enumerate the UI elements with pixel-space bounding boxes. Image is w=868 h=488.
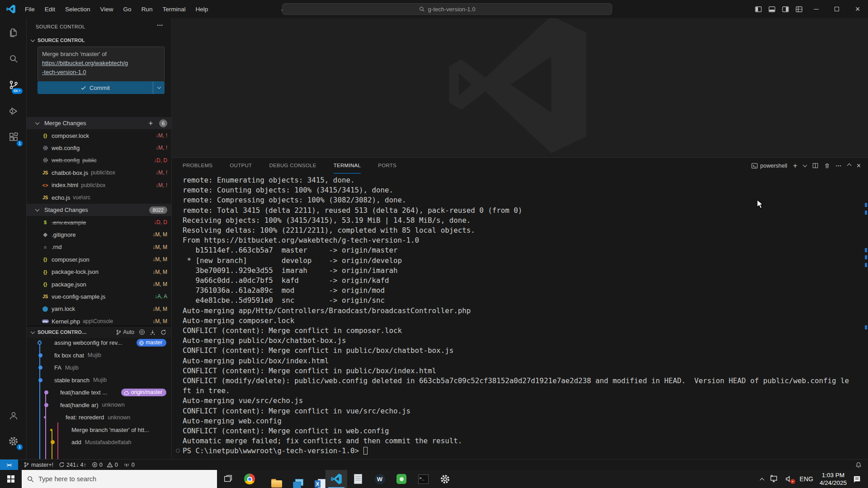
- sidebar-item-run-debug[interactable]: [0, 100, 27, 122]
- toggle-panel-left-icon[interactable]: [751, 0, 765, 18]
- tray-expand-icon[interactable]: [760, 478, 764, 482]
- task-view-button[interactable]: [217, 470, 239, 488]
- goto-current-history-item-icon[interactable]: [139, 329, 145, 335]
- panel-tab-ports[interactable]: PORTS: [378, 158, 396, 174]
- terminal-instance[interactable]: powershell: [751, 163, 788, 169]
- graph-commit-row[interactable]: assing webconfig for rev...master: [27, 337, 172, 349]
- commit-button[interactable]: Commit: [38, 81, 165, 94]
- branch-badge-master[interactable]: master: [137, 339, 166, 347]
- terminal-dropdown-icon[interactable]: [802, 163, 807, 167]
- taskbar-app-notepad[interactable]: [347, 470, 369, 488]
- menu-item-file[interactable]: File: [21, 4, 39, 14]
- file-row[interactable]: {}package.json↓M, M: [27, 278, 172, 290]
- sync-status[interactable]: 241↓ 4↑: [59, 462, 86, 468]
- start-button[interactable]: [0, 470, 22, 488]
- graph-commit-row[interactable]: feat(handle ar)unknown: [27, 399, 172, 412]
- volume-muted-icon[interactable]: ×: [785, 475, 793, 483]
- graph-commit-row[interactable]: feat: reorederdunknown: [27, 411, 172, 424]
- command-center-search[interactable]: g-tech-version-1.0: [282, 3, 612, 15]
- file-row[interactable]: ◆.gitignore↓M, M: [27, 229, 172, 241]
- more-actions-icon[interactable]: ···: [157, 22, 163, 29]
- taskbar-app-excel[interactable]: X: [304, 470, 326, 488]
- graph-commit-row[interactable]: FAMujib: [27, 361, 172, 374]
- menu-item-view[interactable]: View: [96, 4, 118, 14]
- action-center-icon[interactable]: [853, 475, 862, 483]
- toggle-panel-right-icon[interactable]: [778, 0, 792, 18]
- file-row[interactable]: {}composer.lock↓M, !: [27, 129, 172, 141]
- terminal-output[interactable]: remote: Enumerating objects: 3415, done.…: [183, 175, 849, 456]
- panel-tab-debug-console[interactable]: DEBUG CONSOLE: [269, 158, 316, 174]
- network-icon[interactable]: [770, 475, 779, 483]
- file-row[interactable]: <>index.htmlpublic\box↓M, !: [27, 179, 172, 191]
- ports-status[interactable]: 0: [123, 462, 135, 468]
- menu-item-terminal[interactable]: Terminal: [158, 4, 189, 14]
- close-button[interactable]: ×: [847, 0, 868, 18]
- section-header-merge[interactable]: Merge Changes+6: [27, 117, 172, 129]
- file-row[interactable]: web.configpublic↓D, D: [27, 154, 172, 166]
- fetch-icon[interactable]: [150, 329, 156, 335]
- file-row[interactable]: JSecho.jsvue\src: [27, 191, 172, 203]
- account-button[interactable]: [0, 405, 27, 427]
- settings-button[interactable]: 1: [0, 430, 27, 452]
- graph-commit-row[interactable]: addMustafaabdelfatah: [27, 436, 172, 449]
- add-changes-icon[interactable]: +: [149, 119, 153, 127]
- taskbar-app-vscode[interactable]: [326, 470, 347, 488]
- branch-badge-origin-master[interactable]: origin/master: [121, 389, 166, 396]
- file-row[interactable]: ≡.rnd↓M, M: [27, 241, 172, 253]
- menu-item-help[interactable]: Help: [191, 4, 212, 14]
- file-row[interactable]: {}composer.json↓M, M: [27, 253, 172, 266]
- sidebar-item-explorer[interactable]: [0, 22, 27, 43]
- taskbar-app-window-blue[interactable]: [282, 470, 304, 488]
- minimize-button[interactable]: [806, 0, 826, 18]
- taskbar-app-w-app[interactable]: W: [369, 470, 391, 488]
- file-row[interactable]: yarn.lock↓M, M: [27, 303, 172, 315]
- refresh-icon[interactable]: [160, 329, 166, 335]
- sidebar-item-source-control[interactable]: 8K+: [0, 74, 27, 96]
- file-row[interactable]: JSvue-config-sample.js↓A, A: [27, 291, 172, 303]
- kill-terminal-icon[interactable]: [824, 163, 830, 169]
- panel-tab-output[interactable]: OUTPUT: [230, 158, 252, 174]
- menu-item-go[interactable]: Go: [119, 4, 136, 14]
- language-indicator[interactable]: ENG: [800, 475, 813, 483]
- taskbar-app-settings[interactable]: [434, 470, 456, 488]
- toggle-panel-bottom-icon[interactable]: [765, 0, 778, 18]
- graph-commit-row[interactable]: Merge branch 'master' of htt...: [27, 424, 172, 436]
- taskbar-app-file-explorer[interactable]: [260, 470, 282, 488]
- auto-fetch-toggle[interactable]: Auto: [116, 329, 134, 335]
- sidebar-item-search[interactable]: [0, 48, 27, 70]
- clock[interactable]: 1:03 PM 4/24/2025: [820, 471, 847, 487]
- taskbar-search[interactable]: Type here to search: [22, 470, 217, 488]
- menu-item-run[interactable]: Run: [137, 4, 157, 14]
- commit-message-input[interactable]: Merge branch 'master' of https://bitbuck…: [38, 47, 165, 82]
- command-decoration-icon[interactable]: [176, 449, 180, 453]
- taskbar-app-terminal[interactable]: >_: [412, 470, 434, 488]
- branch-status[interactable]: master+!: [24, 462, 53, 468]
- file-row[interactable]: web.config↓M, !: [27, 142, 172, 154]
- more-actions-icon[interactable]: ···: [836, 162, 842, 169]
- commit-dropdown[interactable]: [153, 81, 165, 94]
- graph-commit-row[interactable]: stable branchMujib: [27, 374, 172, 387]
- menu-item-selection[interactable]: Selection: [61, 4, 94, 14]
- menu-item-edit[interactable]: Edit: [41, 4, 59, 14]
- file-row[interactable]: {}package-lock.json↓M, M: [27, 266, 172, 278]
- file-row[interactable]: JSchatbot-box.jspublic\box↓M, !: [27, 167, 172, 179]
- remote-indicator[interactable]: ><: [0, 460, 18, 470]
- file-row[interactable]: phpKernel.phpapp\Console↓M, M: [27, 315, 172, 328]
- maximize-button[interactable]: [826, 0, 847, 18]
- panel-tab-problems[interactable]: PROBLEMS: [183, 158, 212, 174]
- taskbar-app-green-app[interactable]: [391, 470, 412, 488]
- new-terminal-button[interactable]: +: [793, 162, 797, 170]
- split-terminal-icon[interactable]: [812, 163, 818, 169]
- notifications-bell[interactable]: [855, 462, 862, 468]
- problems-status[interactable]: 0 0: [92, 462, 118, 468]
- customize-layout-icon[interactable]: [792, 0, 806, 18]
- sidebar-item-extensions[interactable]: 1: [0, 127, 27, 148]
- panel-tab-terminal[interactable]: TERMINAL: [334, 158, 361, 174]
- maximize-panel-icon[interactable]: [847, 164, 851, 168]
- taskbar-app-chrome[interactable]: [239, 470, 260, 488]
- graph-commit-row[interactable]: feat(handle text ...origin/master: [27, 386, 172, 399]
- graph-commit-row[interactable]: fix box chatMujib: [27, 349, 172, 362]
- close-panel-icon[interactable]: ×: [857, 162, 861, 170]
- scm-section-header[interactable]: SOURCE CONTROL: [31, 35, 85, 45]
- section-header-staged[interactable]: Staged Changes8022: [27, 204, 172, 216]
